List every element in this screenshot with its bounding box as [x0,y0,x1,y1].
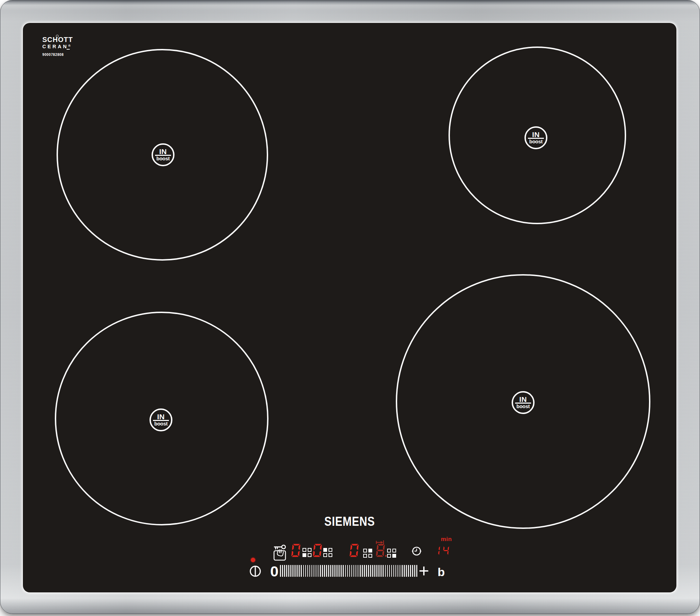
schott-o-ring-mark [56,35,59,37]
power-slider[interactable] [280,565,418,577]
timer-value [433,545,451,556]
inboost-badge-front-left: IN boost [150,408,172,431]
inboost-badge-front-right: IN boost [512,391,535,414]
zone-display-back-right [349,544,359,557]
inboost-badge-back-left: IN boost [152,143,174,166]
zone-indicator-front-left [302,548,311,557]
glass-branding: SCHOTT CERAN® 9000782808 [42,36,73,57]
zone-display-back-left [312,544,323,557]
zone-indicator-back-left [323,548,332,557]
slider-zero-label: 0 [270,563,279,580]
model-number: 9000782808 [42,53,73,57]
clock-icon[interactable] [412,546,421,556]
zone-indicator-front-right [387,549,396,558]
zone-indicator-back-right [363,549,372,558]
key-touch-lock-icon[interactable] [273,544,287,561]
inboost-badge-back-right: IN boost [524,126,547,149]
schott-wordmark: SCHOTT [42,36,73,43]
power-led [251,558,255,562]
zone-display-front-left [291,544,301,557]
siemens-logo: SIEMENS [324,514,375,529]
ceran-wordmark: CERAN® [42,43,73,50]
boost-label: b [438,565,445,579]
induction-hob: SCHOTT CERAN® 9000782808 IN boost IN boo… [0,0,700,616]
zone-display-front-right [375,544,387,557]
registered-mark: ® [68,44,71,48]
power-icon[interactable] [249,565,262,577]
slider-plus-label[interactable]: + [419,560,429,581]
timer-unit-label: min [441,536,452,543]
ceramic-glass-surface: SCHOTT CERAN® 9000782808 IN boost IN boo… [23,23,676,592]
